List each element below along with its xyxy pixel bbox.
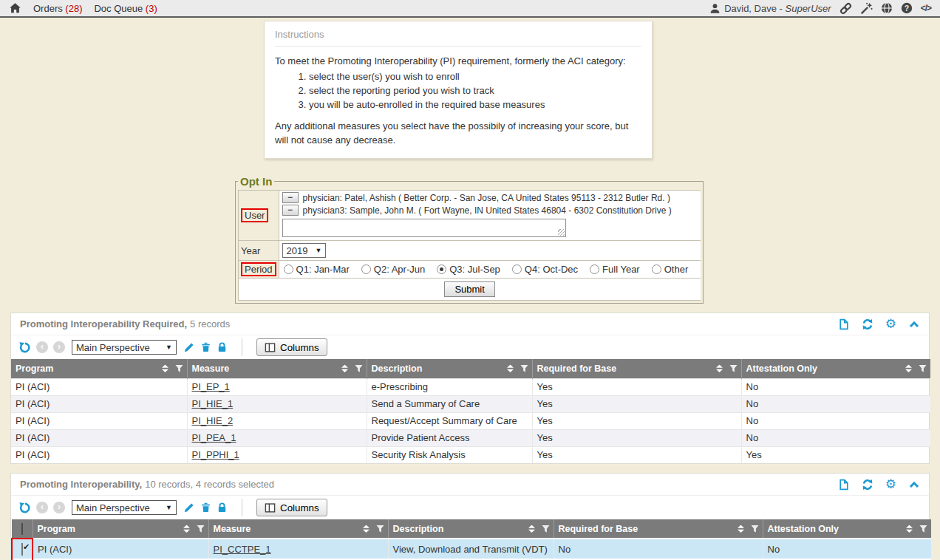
period-option-full-year[interactable]: Full Year <box>590 264 640 275</box>
sort-icon[interactable] <box>528 525 535 533</box>
remove-user-button[interactable]: − <box>282 192 299 203</box>
sort-icon[interactable] <box>162 364 168 372</box>
period-option-q1[interactable]: Q1: Jan-Mar <box>284 264 350 275</box>
period-option-other[interactable]: Other <box>652 264 689 275</box>
select-all-checkbox[interactable] <box>21 523 23 535</box>
filter-funnel-icon[interactable] <box>355 364 363 372</box>
lock-icon[interactable] <box>217 341 228 353</box>
globe-icon[interactable] <box>881 2 893 14</box>
column-header-measure[interactable]: Measure <box>187 359 367 378</box>
new-file-icon[interactable] <box>838 479 850 491</box>
gear-icon[interactable]: ⚙ <box>885 479 896 491</box>
sort-icon[interactable] <box>363 525 369 533</box>
column-header-description[interactable]: Description <box>367 359 532 378</box>
gear-icon[interactable]: ⚙ <box>885 318 896 330</box>
wand-icon[interactable] <box>860 2 873 15</box>
cell-required-for-base: Yes <box>532 429 741 446</box>
edit-pencil-icon[interactable] <box>183 502 195 513</box>
undo-icon[interactable] <box>18 341 31 354</box>
sort-icon[interactable] <box>906 525 913 533</box>
radio-icon[interactable] <box>284 264 293 274</box>
column-header-attestation-only[interactable]: Attestation Only <box>763 519 931 539</box>
submit-button[interactable]: Submit <box>444 281 494 297</box>
collapse-icon[interactable] <box>908 319 920 329</box>
link-icon[interactable] <box>839 2 852 15</box>
filter-funnel-icon[interactable] <box>729 364 738 372</box>
radio-icon[interactable] <box>361 264 371 274</box>
next-page-icon[interactable]: › <box>53 341 65 353</box>
nav-orders-link[interactable]: Orders (28) <box>33 3 82 14</box>
undo-icon[interactable] <box>18 502 31 514</box>
refresh-icon[interactable] <box>862 318 873 330</box>
filter-funnel-icon[interactable] <box>197 525 205 533</box>
columns-button[interactable]: Columns <box>256 499 327 516</box>
lock-icon[interactable] <box>217 502 228 513</box>
user-label-cell: User <box>239 191 279 241</box>
filter-funnel-icon[interactable] <box>919 364 927 372</box>
year-select[interactable]: 2019 ▼ <box>282 243 327 258</box>
code-icon[interactable]: </> <box>921 3 931 13</box>
nav-orders-label: Orders <box>33 3 65 14</box>
measure-link[interactable]: PI_PEA_1 <box>192 432 236 443</box>
prev-page-icon[interactable]: ‹ <box>36 341 48 353</box>
filter-funnel-icon[interactable] <box>376 525 384 533</box>
edit-pencil-icon[interactable] <box>183 341 195 353</box>
section-header-icons: ⚙ <box>838 318 920 330</box>
filter-funnel-icon[interactable] <box>520 364 528 372</box>
instructions-divider <box>275 46 641 47</box>
measure-link[interactable]: PI_HIE_2 <box>192 415 234 426</box>
columns-button[interactable]: Columns <box>256 338 327 356</box>
sort-icon[interactable] <box>341 364 348 372</box>
delete-trash-icon[interactable] <box>200 341 211 353</box>
radio-icon[interactable] <box>512 264 522 274</box>
perspective-select[interactable]: Main Perspective ▼ <box>72 340 177 355</box>
submit-row: Submit <box>239 279 701 301</box>
sort-icon[interactable] <box>507 364 514 372</box>
period-option-q4[interactable]: Q4: Oct-Dec <box>512 264 578 275</box>
select-all-header[interactable] <box>12 519 33 539</box>
radio-selected-icon[interactable] <box>437 264 446 274</box>
period-option-q2[interactable]: Q2: Apr-Jun <box>361 264 425 275</box>
column-header-program[interactable]: Program <box>11 359 187 378</box>
toolbar-divider <box>242 338 242 356</box>
filter-funnel-icon[interactable] <box>919 525 927 533</box>
help-icon[interactable]: ? <box>901 2 913 14</box>
filter-funnel-icon[interactable] <box>175 364 183 372</box>
measure-link[interactable]: PI_PPHI_1 <box>192 449 239 460</box>
instructions-title: Instructions <box>275 29 641 46</box>
column-header-description[interactable]: Description <box>388 519 554 539</box>
period-option-q3[interactable]: Q3: Jul-Sep <box>437 264 500 275</box>
measure-link[interactable]: PI_CCTPE_1 <box>214 544 271 555</box>
remove-user-button[interactable]: − <box>282 205 299 216</box>
measure-link[interactable]: PI_HIE_1 <box>192 398 234 409</box>
column-header-program[interactable]: Program <box>33 519 208 539</box>
radio-icon[interactable] <box>590 264 599 274</box>
collapse-icon[interactable] <box>908 479 920 490</box>
delete-trash-icon[interactable] <box>200 502 211 513</box>
row-checkbox-checked[interactable] <box>21 543 23 556</box>
filter-funnel-icon[interactable] <box>751 525 759 533</box>
sort-icon[interactable] <box>905 364 912 372</box>
measure-link[interactable]: PI_EP_1 <box>192 381 230 392</box>
current-user-menu[interactable]: David, Dave - SuperUser <box>709 3 831 14</box>
column-header-required-for-base[interactable]: Required for Base <box>532 359 741 378</box>
columns-icon <box>265 342 276 353</box>
sort-icon[interactable] <box>738 525 744 533</box>
column-header-attestation-only[interactable]: Attestation Only <box>741 359 930 378</box>
prev-page-icon[interactable]: ‹ <box>36 502 48 513</box>
new-file-icon[interactable] <box>838 318 850 330</box>
sort-icon[interactable] <box>183 525 190 533</box>
radio-icon[interactable] <box>652 264 661 274</box>
column-header-measure[interactable]: Measure <box>208 519 388 539</box>
filter-funnel-icon[interactable] <box>542 525 550 533</box>
next-page-icon[interactable]: › <box>53 502 65 513</box>
user-search-input[interactable] <box>282 219 566 237</box>
resize-handle[interactable] <box>558 229 565 236</box>
refresh-icon[interactable] <box>862 479 873 491</box>
pi-optional-table: Program Measure Description Required for… <box>11 519 931 560</box>
sort-icon[interactable] <box>716 364 723 372</box>
perspective-select[interactable]: Main Perspective ▼ <box>72 500 177 515</box>
column-header-required-for-base[interactable]: Required for Base <box>554 519 763 539</box>
home-icon[interactable] <box>9 2 21 14</box>
nav-doc-queue-link[interactable]: Doc Queue (3) <box>94 3 157 14</box>
